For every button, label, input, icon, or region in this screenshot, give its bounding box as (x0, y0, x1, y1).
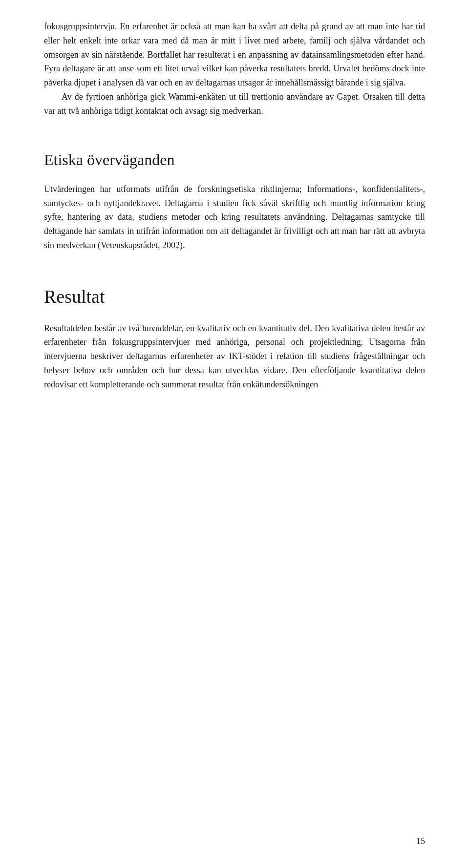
heading-resultat: Resultat (44, 282, 425, 312)
paragraph-2: Av de fyrtioen anhöriga gick Wammi-enkät… (44, 90, 425, 118)
paragraph-1: fokusgruppsintervju. En erfarenhet är oc… (44, 20, 425, 90)
paragraph-3: Utvärderingen har utformats utifrån de f… (44, 182, 425, 253)
heading-etiska: Etiska överväganden (44, 148, 425, 172)
page: fokusgruppsintervju. En erfarenhet är oc… (0, 0, 469, 868)
paragraph-4: Resultatdelen består av två huvuddelar, … (44, 321, 425, 392)
page-number: 15 (416, 834, 425, 848)
